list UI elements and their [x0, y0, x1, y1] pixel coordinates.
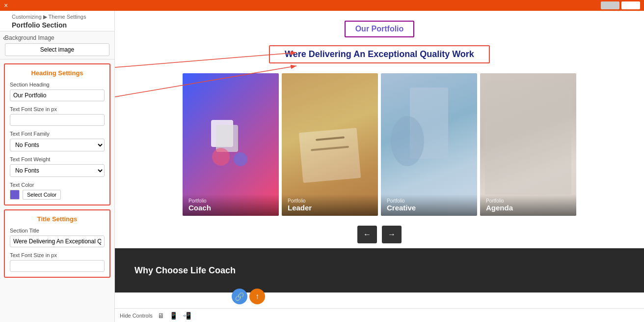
font-family-select[interactable]: No Fonts: [10, 139, 105, 151]
portfolio-category-leader: Portfolio: [288, 198, 372, 204]
select-color-button[interactable]: Select Color: [23, 190, 61, 200]
section-title-label: Section Title: [10, 228, 105, 234]
top-bar-tabs: [601, 1, 640, 9]
select-image-button[interactable]: Select image: [5, 43, 109, 56]
portfolio-category-agenda: Portfolio: [486, 198, 570, 204]
font-weight-label: Text Font Weight: [10, 156, 105, 162]
portfolio-name-agenda: Agenda: [486, 204, 570, 212]
title-font-size-input[interactable]: [10, 260, 105, 272]
portfolio-item-agenda[interactable]: Portfolio Agenda: [480, 73, 576, 216]
color-row: Select Color: [10, 190, 105, 200]
main-layout: ‹ Customizing ▶ Theme Settings Portfolio…: [0, 11, 644, 322]
portfolio-category-coach: Portfolio: [188, 198, 273, 204]
font-size-label: Text Font Size in px: [10, 106, 105, 112]
portfolio-name-creative: Creative: [387, 204, 471, 212]
hide-controls-label[interactable]: Hide Controls: [120, 313, 153, 319]
color-swatch[interactable]: [10, 190, 20, 200]
panel-title: Portfolio Section: [12, 21, 109, 29]
back-arrow[interactable]: ‹: [3, 33, 5, 42]
heading-settings-title: Heading Settings: [10, 69, 105, 77]
desktop-icon[interactable]: 🖥: [158, 312, 164, 320]
floating-buttons: 🔗 ↑: [232, 289, 265, 304]
bottom-section-title: Why Choose Life Coach: [134, 265, 236, 276]
heading-settings-section: Heading Settings Section Heading Text Fo…: [4, 63, 110, 205]
bg-image-section: Background Image Select image: [0, 31, 114, 59]
top-bar: ×: [0, 0, 644, 11]
bg-image-label: Background Image: [5, 34, 109, 41]
breadcrumb: Customizing ▶ Theme Settings: [12, 14, 109, 20]
portfolio-item-leader[interactable]: Portfolio Leader: [282, 73, 378, 216]
next-arrow-button[interactable]: →: [382, 226, 402, 243]
bottom-dark-section: Why Choose Life Coach: [115, 248, 644, 293]
portfolio-item-coach[interactable]: Portfolio Coach: [183, 73, 279, 216]
portfolio-item-overlay-creative: Portfolio Creative: [381, 194, 477, 216]
portfolio-item-overlay-coach: Portfolio Coach: [183, 194, 279, 216]
title-settings-title: Title Settings: [10, 215, 105, 223]
title-highlight-box: Were Delivering An Exceptional Quality W…: [269, 45, 490, 63]
mobile-icon[interactable]: 📲: [183, 312, 191, 320]
portfolio-name-leader: Leader: [288, 204, 372, 212]
portfolio-header: Our Portfolio Were Delivering An Excepti…: [115, 11, 644, 68]
section-heading-label: Section Heading: [10, 82, 105, 88]
font-family-label: Text Font Family: [10, 131, 105, 137]
portfolio-item-overlay-agenda: Portfolio Agenda: [480, 194, 576, 216]
portfolio-item-creative[interactable]: Portfolio Creative: [381, 73, 477, 216]
portfolio-name-coach: Coach: [188, 204, 273, 212]
svg-rect-1: [216, 125, 238, 152]
bottom-toolbar: Hide Controls 🖥 📱 📲: [115, 308, 644, 322]
section-title-input[interactable]: [10, 235, 105, 247]
link-icon-button[interactable]: 🔗: [232, 289, 247, 304]
prev-arrow-button[interactable]: ←: [357, 226, 377, 243]
right-panel: Our Portfolio Were Delivering An Excepti…: [115, 11, 644, 322]
portfolio-grid: Portfolio Coach Portfolio Leader: [115, 68, 644, 221]
svg-point-3: [234, 152, 247, 166]
left-panel: ‹ Customizing ▶ Theme Settings Portfolio…: [0, 11, 115, 322]
font-size-input[interactable]: [10, 114, 105, 126]
portfolio-item-overlay-leader: Portfolio Leader: [282, 194, 378, 216]
preview-area: Our Portfolio Were Delivering An Excepti…: [115, 11, 644, 293]
section-heading-preview: Our Portfolio: [125, 21, 634, 37]
up-arrow-button[interactable]: ↑: [249, 289, 265, 304]
portfolio-category-creative: Portfolio: [387, 198, 471, 204]
section-heading-input[interactable]: [10, 89, 105, 101]
heading-highlight-box: Our Portfolio: [345, 21, 415, 37]
svg-point-2: [212, 148, 230, 166]
title-font-size-label: Text Font Size in px: [10, 252, 105, 258]
close-icon[interactable]: ×: [4, 1, 8, 9]
tab-2[interactable]: [621, 1, 640, 9]
tablet-icon[interactable]: 📱: [169, 312, 178, 320]
tab-1[interactable]: [601, 1, 619, 9]
text-color-label: Text Color: [10, 182, 105, 188]
title-settings-section: Title Settings Section Title Text Font S…: [4, 209, 110, 278]
nav-arrows: ← →: [115, 221, 644, 248]
font-weight-select[interactable]: No Fonts: [10, 164, 105, 177]
